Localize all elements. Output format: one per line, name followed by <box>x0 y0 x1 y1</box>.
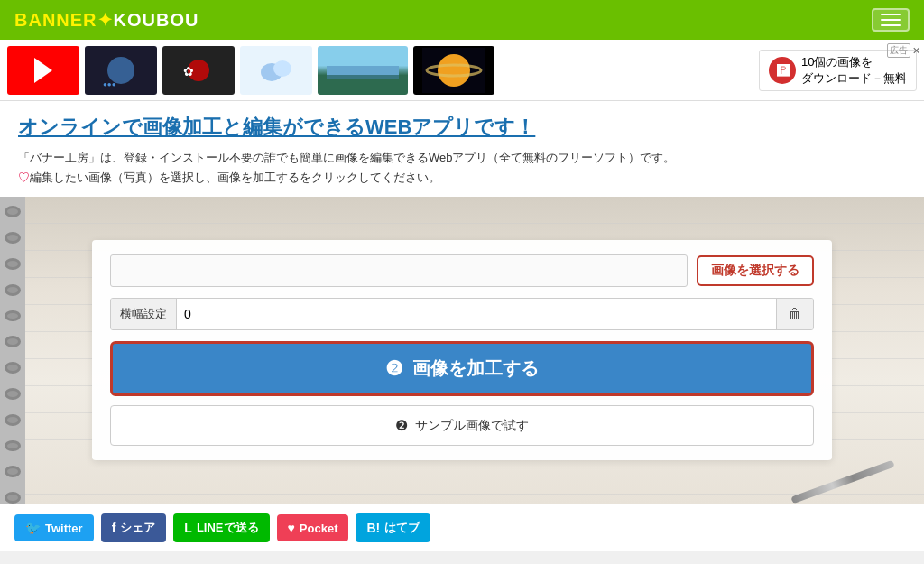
hamburger-button[interactable] <box>872 8 910 32</box>
hatena-icon: B! <box>366 521 380 535</box>
ad-thumb-planet-img <box>422 48 485 93</box>
ad-download-text: 10個の画像を ダウンロード－無料 <box>801 54 907 87</box>
spiral-ring <box>5 336 21 347</box>
ad-close-button[interactable]: 広告 ✕ <box>887 43 920 58</box>
svg-rect-11 <box>327 66 399 79</box>
width-input[interactable] <box>177 299 776 329</box>
ad-thumb-chat <box>240 46 312 95</box>
ad-thumb-lake-img <box>327 48 399 93</box>
hamburger-line-1 <box>881 14 901 15</box>
hamburger-line-3 <box>881 24 901 26</box>
process-arrow-icon: ❷ <box>385 357 403 381</box>
close-icon: ✕ <box>912 45 920 57</box>
play-icon <box>34 58 52 83</box>
notebook-area: 画像を選択する 横幅設定 🗑 ❷ 画像を加工する ❷ サンプル画像で試す <box>0 197 924 504</box>
ad-label: 広告 <box>887 43 910 58</box>
width-setting-row: 横幅設定 🗑 <box>110 298 814 330</box>
header: BANNER✦KOUBOU <box>0 0 924 40</box>
spiral-ring <box>5 284 21 296</box>
main-desc-line2: ♡編集したい画像（写真）を選択し、画像を加工するをクリックしてください。 <box>18 168 906 188</box>
spiral-ring <box>5 258 21 270</box>
spiral-ring <box>5 388 21 400</box>
line-icon: L <box>184 521 192 535</box>
ad-thumb-lake <box>318 46 408 95</box>
main-content: オンラインで画像加工と編集ができるWEBアプリです！ 「バナー工房」は、登録・イ… <box>0 101 924 197</box>
pocket-icon: ♥ <box>288 521 295 535</box>
svg-text:●●●: ●●● <box>103 80 116 88</box>
logo-separator: ✦ <box>97 10 114 30</box>
main-desc-line2-text: 編集したい画像（写真）を選択し、画像を加工するをクリックしてください。 <box>30 171 440 184</box>
facebook-icon: f <box>112 521 116 535</box>
spiral-ring <box>5 492 21 504</box>
line-share-button[interactable]: L LINEで送る <box>173 513 269 542</box>
svg-text:✿: ✿ <box>183 64 194 79</box>
spiral-ring <box>5 414 21 426</box>
logo-banner-text: BANNER <box>14 10 97 30</box>
ad-thumb-music: ✿ <box>162 46 235 95</box>
sample-image-button[interactable]: ❷ サンプル画像で試す <box>110 405 814 446</box>
svg-text:🅿: 🅿 <box>777 63 790 78</box>
width-label: 横幅設定 <box>111 299 177 329</box>
line-label: LINEで送る <box>197 520 259 536</box>
spiral-ring <box>5 362 21 374</box>
logo-koubou-text: KOUBOU <box>114 10 199 30</box>
ad-banner: 広告 ✕ ●●● ✿ <box>0 40 924 101</box>
trash-button[interactable]: 🗑 <box>776 299 813 329</box>
spiral-ring <box>5 440 21 452</box>
ad-download-line2: ダウンロード－無料 <box>801 70 907 87</box>
file-input-display <box>110 254 688 287</box>
ad-thumb-dark: ●●● <box>85 46 157 95</box>
site-logo: BANNER✦KOUBOU <box>14 9 199 31</box>
ad-thumb-dark-img: ●●● <box>98 52 143 88</box>
svg-point-13 <box>438 54 470 87</box>
ad-thumb-youtube <box>7 46 79 95</box>
process-image-button[interactable]: ❷ 画像を加工する <box>110 341 814 396</box>
heart-icon: ♡ <box>18 171 30 184</box>
spiral-ring <box>5 232 21 244</box>
spiral-ring <box>5 206 21 217</box>
facebook-share-button[interactable]: f シェア <box>101 513 167 542</box>
hatena-share-button[interactable]: B! はてブ <box>356 513 430 542</box>
page-title: オンラインで画像加工と編集ができるWEBアプリです！ <box>18 114 906 141</box>
ad-thumb-music-img: ✿ <box>176 52 221 88</box>
pocket-label: Pocket <box>300 522 338 535</box>
ad-thumb-planet <box>413 46 494 95</box>
sample-arrow-icon: ❷ <box>395 417 408 434</box>
spiral-ring <box>5 466 21 477</box>
ad-download-icon: 🅿 <box>769 57 796 84</box>
twitter-label: Twitter <box>45 522 83 535</box>
ad-thumb-chat-img <box>254 52 299 88</box>
pocket-share-button[interactable]: ♥ Pocket <box>277 514 349 541</box>
download-svg-icon: 🅿 <box>775 63 790 78</box>
main-desc-line1: 「バナー工房」は、登録・インストール不要の誰でも簡単に画像を編集できるWebアプ… <box>18 148 906 168</box>
twitter-share-button[interactable]: 🐦 Twitter <box>14 514 94 541</box>
sample-button-label: サンプル画像で試す <box>415 418 529 434</box>
process-button-label: 画像を加工する <box>412 356 539 381</box>
facebook-label: シェア <box>120 520 155 536</box>
spiral-binding <box>0 197 25 504</box>
tool-card: 画像を選択する 横幅設定 🗑 ❷ 画像を加工する ❷ サンプル画像で試す <box>92 240 832 460</box>
spiral-ring <box>5 310 21 322</box>
select-image-button[interactable]: 画像を選択する <box>697 255 814 286</box>
file-input-row: 画像を選択する <box>110 254 814 287</box>
svg-point-8 <box>273 60 291 77</box>
hamburger-line-2 <box>881 19 901 21</box>
twitter-icon: 🐦 <box>25 521 41 535</box>
hatena-label: はてブ <box>384 520 420 536</box>
social-bar: 🐦 Twitter f シェア L LINEで送る ♥ Pocket B! はて… <box>0 504 924 551</box>
